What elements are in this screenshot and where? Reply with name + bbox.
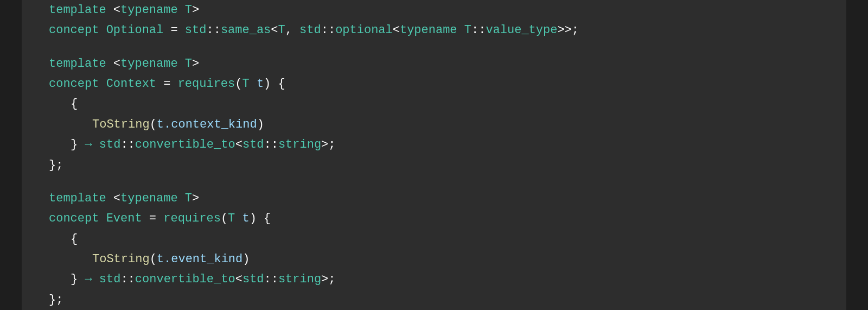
- code-line-2-5: } → std::convertible_to<std::string>;: [49, 135, 819, 155]
- code-section-context: template <typename T> concept Context = …: [49, 54, 819, 175]
- code-line-1-2: concept Optional = std::same_as<T, std::…: [49, 20, 819, 40]
- keyword-template-2: template: [49, 57, 106, 71]
- keyword-template: template: [49, 3, 106, 17]
- code-line-3-2: concept Event = requires(T t) {: [49, 208, 819, 229]
- code-section-optional: template <typename T> concept Optional =…: [49, 0, 819, 41]
- code-block: template <typename T> concept Optional =…: [49, 0, 819, 310]
- code-line-3-6: };: [49, 290, 819, 310]
- code-line-1-1: template <typename T>: [49, 0, 819, 20]
- code-line-3-1: template <typename T>: [49, 188, 819, 208]
- code-line-2-2: concept Context = requires(T t) {: [49, 74, 819, 94]
- keyword-concept: concept: [49, 23, 99, 37]
- code-line-3-4: ToString(t.event_kind): [49, 249, 819, 269]
- fn-tostring-event: ToString: [92, 252, 150, 266]
- code-line-2-1: template <typename T>: [49, 54, 819, 74]
- code-container: template <typename T> concept Optional =…: [22, 0, 846, 310]
- code-section-event: template <typename T> concept Event = re…: [49, 188, 819, 310]
- code-line-2-4: ToString(t.context_kind): [49, 115, 819, 135]
- code-line-2-3: {: [49, 94, 819, 114]
- code-line-2-6: };: [49, 155, 819, 175]
- keyword-template-3: template: [49, 192, 106, 205]
- fn-tostring-context: ToString: [92, 118, 150, 131]
- code-line-3-5: } → std::convertible_to<std::string>;: [49, 269, 819, 289]
- code-line-3-3: {: [49, 229, 819, 249]
